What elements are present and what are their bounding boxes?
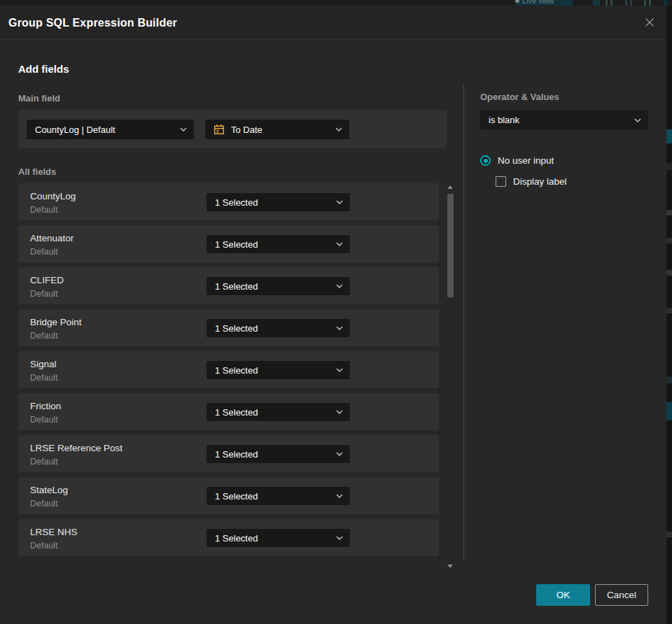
field-row: Attenuator Default 1 Selected	[18, 225, 439, 262]
add-fields-heading: Add fields	[18, 63, 69, 75]
main-field-select-value: CountyLog | Default	[35, 125, 180, 135]
chevron-down-icon	[336, 494, 343, 498]
field-subtitle: Default	[30, 499, 58, 509]
operator-values-label: Operator & Values	[480, 92, 559, 102]
group-sql-expression-builder-dialog: Group SQL Expression Builder Add fields …	[0, 6, 666, 624]
panel-fragment	[666, 210, 672, 215]
field-selection-select[interactable]: 1 Selected	[206, 319, 350, 337]
panel-fragment	[666, 163, 672, 170]
close-icon	[644, 17, 655, 30]
all-fields-label: All fields	[18, 166, 56, 177]
operator-select[interactable]: is blank	[480, 111, 648, 129]
field-selection-select[interactable]: 1 Selected	[206, 403, 350, 421]
toolbar-fragment	[606, 0, 608, 6]
field-selection-select[interactable]: 1 Selected	[206, 235, 350, 253]
checkbox-unchecked-icon	[496, 176, 506, 187]
chevron-down-icon	[634, 118, 641, 122]
chevron-down-icon	[336, 452, 343, 456]
field-name: StateLog	[30, 485, 68, 495]
field-name: Signal	[30, 359, 57, 369]
field-name: CLIFED	[30, 275, 64, 285]
scrollbar-thumb[interactable]	[447, 194, 454, 297]
field-selection-select[interactable]: 1 Selected	[206, 277, 350, 295]
panel-divider	[463, 84, 464, 561]
scroll-up-arrow-icon[interactable]	[447, 185, 453, 189]
field-name: LRSE NHS	[30, 527, 78, 537]
chevron-down-icon	[336, 200, 343, 204]
panel-fragment	[666, 402, 672, 420]
toolbar-fragment	[593, 0, 600, 6]
field-name: CountyLog	[30, 191, 76, 201]
operator-select-value: is blank	[489, 115, 634, 125]
main-field-label: Main field	[18, 93, 60, 104]
field-subtitle: Default	[30, 205, 58, 215]
chevron-down-icon	[336, 536, 343, 540]
main-field-select[interactable]: CountyLog | Default	[27, 120, 194, 139]
toolbar-fragment	[664, 0, 668, 6]
field-subtitle: Default	[30, 541, 58, 551]
toolbar-fragment	[644, 0, 646, 6]
field-name: Friction	[30, 401, 61, 411]
toolbar-fragment	[610, 0, 612, 6]
main-field-container: CountyLog | Default	[18, 110, 447, 148]
live-dot-icon	[515, 0, 519, 3]
field-row: Signal Default 1 Selected	[18, 351, 439, 388]
no-user-input-radio[interactable]: No user input	[480, 155, 554, 166]
field-selection-label: 1 Selected	[215, 281, 336, 292]
field-selection-select[interactable]: 1 Selected	[206, 529, 350, 547]
field-selection-select[interactable]: 1 Selected	[206, 487, 350, 505]
field-row: LRSE Reference Post Default 1 Selected	[18, 435, 439, 472]
field-selection-label: 1 Selected	[215, 407, 336, 418]
field-subtitle: Default	[30, 415, 58, 425]
chevron-down-icon	[336, 284, 343, 288]
field-row: Friction Default 1 Selected	[18, 393, 439, 430]
field-selection-label: 1 Selected	[215, 323, 336, 334]
field-selection-label: 1 Selected	[215, 197, 336, 208]
field-selection-select[interactable]: 1 Selected	[206, 361, 350, 379]
list-scrollbar[interactable]	[446, 183, 454, 570]
scroll-down-arrow-icon[interactable]	[447, 565, 453, 568]
field-row: LRSE NHS Default 1 Selected	[18, 519, 439, 556]
close-button[interactable]	[641, 15, 658, 31]
toolbar-fragment	[625, 0, 627, 6]
panel-fragment	[666, 376, 672, 383]
live-view-label: Live view	[515, 0, 554, 5]
chevron-down-icon	[180, 127, 187, 132]
date-type-select[interactable]: To Date	[205, 120, 349, 139]
background-app-top-strip: Live view	[0, 0, 672, 6]
chevron-down-icon	[336, 326, 343, 330]
all-fields-list: CountyLog Default 1 Selected Attenuator …	[18, 183, 439, 561]
cancel-button[interactable]: Cancel	[595, 584, 648, 606]
toolbar-fragment	[649, 0, 651, 6]
panel-fragment	[666, 532, 672, 537]
toolbar-fragment	[630, 0, 632, 6]
panel-fragment	[666, 308, 672, 313]
display-label-checkbox[interactable]: Display label	[496, 176, 567, 187]
live-view-tab: Live view	[515, 0, 573, 6]
field-name: Attenuator	[30, 233, 74, 243]
dialog-title: Group SQL Expression Builder	[8, 6, 177, 40]
field-selection-select[interactable]: 1 Selected	[206, 445, 350, 463]
field-selection-select[interactable]: 1 Selected	[206, 193, 350, 211]
field-selection-label: 1 Selected	[215, 365, 336, 376]
calendar-icon	[214, 124, 225, 135]
chevron-down-icon	[335, 127, 342, 132]
field-subtitle: Default	[30, 331, 58, 341]
field-row: CountyLog Default 1 Selected	[18, 183, 439, 220]
field-subtitle: Default	[30, 457, 58, 467]
panel-fragment	[666, 238, 672, 243]
radio-selected-icon	[480, 155, 491, 166]
field-name: LRSE Reference Post	[30, 443, 122, 453]
ok-button[interactable]: OK	[536, 584, 590, 606]
field-selection-label: 1 Selected	[215, 239, 336, 250]
panel-fragment	[666, 270, 672, 276]
field-selection-label: 1 Selected	[215, 449, 336, 460]
field-selection-label: 1 Selected	[215, 533, 336, 544]
display-label-label: Display label	[513, 176, 567, 187]
panel-fragment	[666, 129, 672, 143]
field-row: StateLog Default 1 Selected	[18, 477, 439, 514]
field-subtitle: Default	[30, 247, 58, 257]
background-app-right-strip	[666, 6, 672, 624]
dialog-titlebar: Group SQL Expression Builder	[0, 6, 666, 40]
chevron-down-icon	[336, 368, 343, 372]
